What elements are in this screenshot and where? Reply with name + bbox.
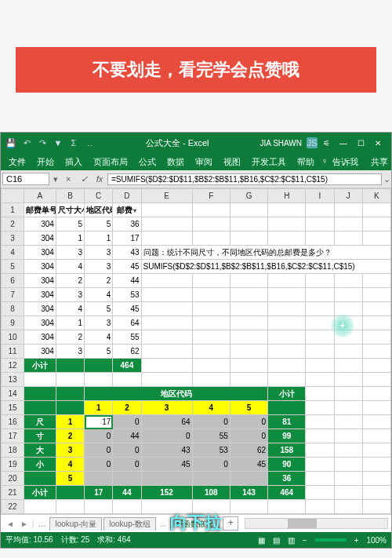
banner: 不要划走，看完学会点赞哦 (16, 47, 376, 93)
avatar[interactable]: JS (307, 137, 318, 148)
sheet-tab[interactable]: lookup-数组 (103, 517, 156, 531)
tab-file[interactable]: 文件 (4, 155, 31, 170)
titlebar: 💾 ↶ ↷ ▼ Σ ‥ 公式大全 - Excel JIA SHAWN JS ⚟ … (1, 133, 391, 153)
share-button[interactable]: 共享 (371, 156, 388, 168)
tab-formula[interactable]: 公式 (134, 155, 161, 170)
caption-overlay: 向下拉 (170, 511, 222, 534)
status-bar: 平均值: 10.56 计数: 25 求和: 464 ▦ ▤ ▥ − + 100% (1, 532, 391, 548)
status-avg: 平均值: 10.56 (5, 534, 53, 545)
horizontal-scrollbar[interactable] (245, 518, 388, 529)
close-icon[interactable]: ✕ (369, 137, 387, 148)
sheet-dots[interactable]: ... (158, 520, 169, 528)
save-icon[interactable]: 💾 (5, 137, 16, 148)
ribbon-options-icon[interactable]: ⚟ (318, 137, 335, 148)
enter-icon[interactable]: ✓ (76, 174, 92, 184)
minimize-icon[interactable]: — (335, 137, 352, 148)
excel-window: 💾 ↶ ↷ ▼ Σ ‥ 公式大全 - Excel JIA SHAWN JS ⚟ … (0, 132, 392, 549)
zoom-slider[interactable] (315, 538, 347, 542)
ribbon: 文件 开始 插入 页面布局 公式 数据 审阅 视图 开发工具 帮助 ♀ 告诉我 … (1, 153, 391, 170)
cancel-icon[interactable]: × (60, 174, 76, 184)
tab-view[interactable]: 视图 (219, 155, 245, 170)
quick-access-toolbar: 💾 ↶ ↷ ▼ Σ ‥ (5, 137, 95, 148)
tab-help[interactable]: 帮助 (292, 155, 319, 170)
formula-expand-icon[interactable]: ⌄ (382, 174, 391, 184)
spreadsheet-grid[interactable]: ABCDEFGHIJK1邮费单号▾尺寸大小▾地区代码▾邮费▾2304553633… (1, 188, 391, 514)
sum-icon[interactable]: Σ (68, 137, 79, 148)
name-box[interactable]: C16 (2, 173, 49, 185)
namebox-dropdown-icon[interactable]: ▾ (51, 174, 60, 184)
user-name[interactable]: JIA SHAWN (260, 139, 302, 148)
zoom-out-icon[interactable]: − (303, 536, 307, 545)
tellme-icon[interactable]: ♀ (321, 156, 328, 168)
formula-bar: C16 ▾ × ✓ fx =SUMIFS($D$2:$D$11,$B$2:$B$… (1, 170, 391, 188)
zoom-in-icon[interactable]: + (354, 536, 359, 545)
tab-review[interactable]: 审阅 (191, 155, 217, 170)
tab-data[interactable]: 数据 (162, 155, 189, 170)
undo-icon[interactable]: ↶ (21, 137, 32, 148)
tab-layout[interactable]: 页面布局 (89, 155, 132, 170)
view-break-icon[interactable]: ▥ (288, 536, 295, 545)
tab-dev[interactable]: 开发工具 (247, 155, 291, 170)
tellme[interactable]: 告诉我 (332, 156, 358, 168)
status-sum: 求和: 464 (97, 534, 130, 545)
redo-icon[interactable]: ↷ (37, 137, 48, 148)
sheet-nav-prev[interactable]: ◄ (4, 520, 16, 528)
sheet-nav-next[interactable]: ► (18, 520, 31, 528)
view-layout-icon[interactable]: ▤ (273, 536, 280, 545)
window-title: 公式大全 - Excel (95, 137, 260, 149)
filter-icon[interactable]: ▼ (53, 137, 64, 148)
status-count: 计数: 25 (61, 534, 90, 545)
sheet-tab[interactable]: lookup-向量 (49, 517, 102, 531)
cursor-highlight (331, 314, 354, 337)
sheet-dots[interactable]: … (35, 520, 48, 528)
new-sheet-button[interactable]: + (223, 516, 238, 531)
tab-insert[interactable]: 插入 (60, 155, 87, 170)
zoom-level[interactable]: 100% (366, 536, 387, 545)
more-icon[interactable]: ‥ (84, 137, 95, 148)
fx-icon[interactable]: fx (92, 174, 107, 184)
view-normal-icon[interactable]: ▦ (258, 536, 265, 545)
formula-input[interactable]: =SUMIFS($D$2:$D$11,$B$2:$B$11,$B16,$C$2:… (107, 173, 382, 185)
maximize-icon[interactable]: ☐ (352, 137, 369, 148)
tab-home[interactable]: 开始 (32, 155, 59, 170)
